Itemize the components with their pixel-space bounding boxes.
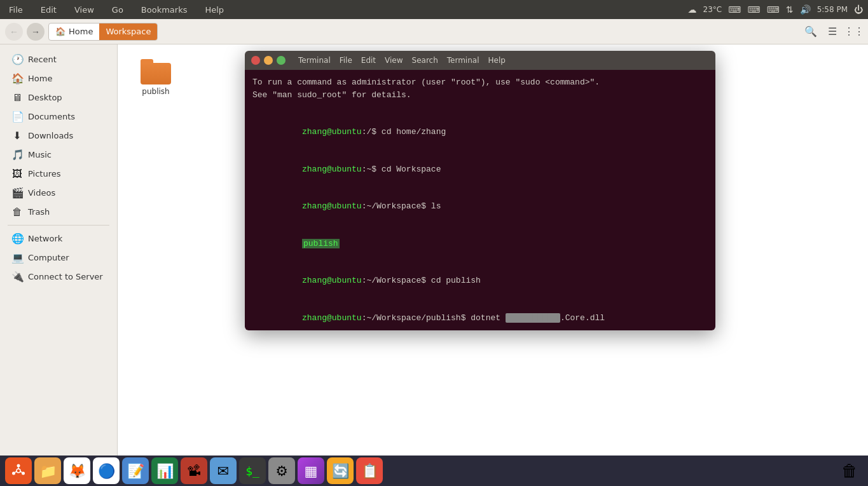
main-layout: 🕐 Recent 🏠 Home 🖥 Desktop 📄 Documents ⬇ … (0, 44, 868, 456)
firefox-taskbar-icon: 🦊 (69, 463, 86, 479)
term-line-4: zhang@ubuntu:~$ cd Workspace (252, 151, 708, 188)
toolbar: ← → 🏠 Home Workspace 🔍 ☰ ⋮⋮ (0, 19, 868, 44)
term-menu-terminal2[interactable]: Terminal (447, 56, 479, 65)
sidebar-item-trash[interactable]: 🗑 Trash (4, 203, 113, 221)
taskbar-presentations[interactable]: 📋 (356, 457, 383, 484)
file-area: publish Terminal File Edit View Search T… (118, 44, 868, 456)
menu-edit[interactable]: Edit (37, 4, 60, 16)
taskbar-files[interactable]: 📁 (34, 457, 61, 484)
home-breadcrumb-icon: 🏠 (55, 27, 65, 36)
recent-icon: 🕐 (11, 53, 23, 65)
folder-publish[interactable]: publish (130, 54, 181, 101)
term-menu-help[interactable]: Help (488, 56, 506, 65)
music-icon: 🎵 (11, 149, 23, 161)
transfer-icon: ⇅ (786, 4, 794, 15)
taskbar-ubuntu[interactable] (5, 457, 32, 484)
sidebar-item-recent[interactable]: 🕐 Recent (4, 50, 113, 69)
sidebar-item-music[interactable]: 🎵 Music (4, 145, 113, 164)
taskbar-settings[interactable]: ⚙ (268, 457, 295, 484)
clock: 5:58 PM (817, 5, 848, 14)
forward-button[interactable]: → (27, 23, 45, 41)
sidebar-connect-label: Connect to Server (28, 272, 103, 281)
menu-view[interactable]: View (71, 4, 98, 16)
sidebar-videos-label: Videos (28, 188, 55, 198)
sidebar-item-computer[interactable]: 💻 Computer (4, 248, 113, 267)
impress-taskbar-icon: 📽 (187, 463, 201, 479)
taskbar-trash[interactable]: 🗑 (836, 457, 863, 484)
menu-file[interactable]: File (5, 4, 27, 16)
power-icon[interactable]: ⏻ (854, 4, 863, 15)
breadcrumb-workspace[interactable]: Workspace (99, 24, 157, 40)
view-toggle-button[interactable]: ☰ (823, 23, 841, 41)
taskbar-mail[interactable]: ✉ (210, 457, 237, 484)
search-button[interactable]: 🔍 (802, 23, 820, 41)
sidebar-item-pictures[interactable]: 🖼 Pictures (4, 165, 113, 183)
terminal-body[interactable]: To run a command as administrator (user … (245, 70, 715, 330)
settings-taskbar-icon: ⚙ (275, 463, 288, 479)
term-menu-view[interactable]: View (385, 56, 403, 65)
sidebar-home-label: Home (28, 74, 52, 83)
terminal-menu: Terminal File Edit View Search Terminal … (298, 56, 506, 65)
taskbar-chromium[interactable]: 🔵 (93, 457, 120, 484)
sidebar-item-network[interactable]: 🌐 Network (4, 229, 113, 248)
term-line-2 (252, 101, 708, 114)
ubuntu-logo-icon (10, 462, 27, 479)
menu-go[interactable]: Go (108, 4, 127, 16)
menu-help[interactable]: Help (201, 4, 228, 16)
sidebar-divider (8, 225, 109, 226)
toolbar-right: 🔍 ☰ ⋮⋮ (802, 23, 863, 41)
sidebar-network-label: Network (28, 234, 62, 243)
sidebar-trash-label: Trash (28, 207, 50, 217)
taskbar-firefox[interactable]: 🦊 (64, 457, 90, 484)
sidebar-documents-label: Documents (28, 112, 75, 121)
sidebar-item-documents[interactable]: 📄 Documents (4, 107, 113, 126)
term-path-4: :~$ cd Workspace (362, 165, 441, 174)
sidebar-item-desktop[interactable]: 🖥 Desktop (4, 88, 113, 107)
taskbar-impress[interactable]: 📽 (181, 457, 207, 484)
svg-point-2 (12, 472, 15, 475)
terminal-maximize-button[interactable] (277, 56, 286, 65)
back-button[interactable]: ← (5, 23, 23, 41)
pictures-icon: 🖼 (11, 168, 23, 180)
taskbar-update[interactable]: 🔄 (327, 457, 354, 484)
term-prompt-8: zhang@ubuntu (302, 313, 362, 323)
taskbar-writer[interactable]: 📝 (122, 457, 149, 484)
term-line-3: zhang@ubuntu:/$ cd home/zhang (252, 114, 708, 151)
term-path-5: :~/Workspace$ ls (362, 201, 441, 211)
term-line-8: zhang@ubuntu:~/Workspace/publish$ dotnet… (252, 299, 708, 330)
svg-point-3 (22, 472, 25, 475)
menu-button[interactable]: ⋮⋮ (845, 23, 863, 41)
terminal-titlebar: Terminal File Edit View Search Terminal … (245, 51, 715, 70)
term-prompt-5: zhang@ubuntu (302, 201, 362, 211)
mail-taskbar-icon: ✉ (217, 463, 229, 479)
term-line-7: zhang@ubuntu:~/Workspace$ cd publish (252, 262, 708, 300)
documents-icon: 📄 (11, 111, 23, 123)
svg-point-1 (17, 464, 20, 468)
term-menu-search[interactable]: Search (412, 56, 438, 65)
menu-bookmarks[interactable]: Bookmarks (137, 4, 191, 16)
breadcrumb: 🏠 Home Workspace (48, 23, 158, 41)
trash-taskbar-icon: 🗑 (841, 461, 858, 480)
files-taskbar-icon: 📁 (39, 463, 57, 479)
breadcrumb-home-label: Home (69, 27, 93, 36)
folder-label: publish (142, 87, 169, 96)
terminal-minimize-button[interactable] (264, 56, 273, 65)
taskbar-terminal[interactable]: $_ (239, 457, 266, 484)
term-path-8: :~/Workspace/publish$ dotnet (362, 313, 506, 323)
term-menu-terminal[interactable]: Terminal (298, 56, 331, 65)
term-path-3: :/$ cd home/zhang (362, 127, 446, 137)
taskbar-calc[interactable]: 📊 (151, 457, 178, 484)
breadcrumb-home[interactable]: 🏠 Home (49, 24, 99, 40)
sidebar-item-home[interactable]: 🏠 Home (4, 69, 113, 88)
keyboard2-icon: ⌨ (747, 4, 760, 15)
input-icon: ⌨ (767, 4, 780, 15)
sidebar-item-connect[interactable]: 🔌 Connect to Server (4, 267, 113, 286)
taskbar-stacks[interactable]: ▦ (298, 457, 324, 484)
taskbar: 📁 🦊 🔵 📝 📊 📽 ✉ $_ ⚙ ▦ 🔄 📋 🗑 (0, 456, 868, 486)
term-menu-file[interactable]: File (340, 56, 352, 65)
term-menu-edit[interactable]: Edit (361, 56, 376, 65)
sidebar-item-downloads[interactable]: ⬇ Downloads (4, 126, 113, 145)
terminal-close-button[interactable] (251, 56, 260, 65)
menubar-right: ☁ 23°C ⌨ ⌨ ⌨ ⇅ 🔊 5:58 PM ⏻ (688, 4, 863, 15)
sidebar-item-videos[interactable]: 🎬 Videos (4, 184, 113, 202)
